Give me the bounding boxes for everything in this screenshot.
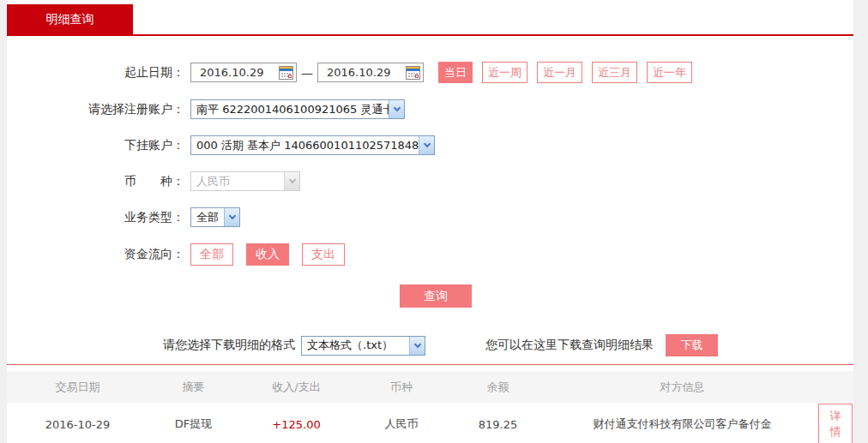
fund-flow-income-button[interactable]: 收入 bbox=[246, 243, 289, 266]
main-panel: 明细查询 起止日期： 2016.10.29 — bbox=[7, 0, 853, 443]
table-row: 2016-10-29 DF提现 +125.00 人民币 819.25 财付通支付… bbox=[7, 403, 853, 443]
business-type-select[interactable]: 全部 bbox=[190, 207, 240, 227]
quick-range-quarter-button[interactable]: 近三月 bbox=[592, 62, 637, 83]
register-account-row: 请选择注册账户： 南平 6222001406100921065 灵通卡 bbox=[7, 99, 853, 119]
download-format-select[interactable]: 文本格式（.txt） bbox=[301, 336, 425, 356]
currency-row: 币 种： 人民币 bbox=[7, 171, 853, 191]
download-format-label: 请您选择下载明细的格式 bbox=[163, 338, 295, 353]
calendar-icon[interactable] bbox=[279, 66, 293, 80]
query-form: 起止日期： 2016.10.29 — 2016.10.29 bbox=[7, 36, 853, 308]
start-date-value: 2016.10.29 bbox=[200, 66, 263, 79]
cell-counterparty: 财付通支付科技有限公司客户备付金 bbox=[547, 403, 817, 443]
header-counterparty: 对方信息 bbox=[547, 371, 817, 403]
currency-select: 人民币 bbox=[190, 171, 300, 191]
header-trade-date: 交易日期 bbox=[7, 371, 148, 403]
header-summary: 摘要 bbox=[148, 371, 238, 403]
quick-range-month-button[interactable]: 近一月 bbox=[537, 62, 582, 83]
tab-detail-query-label: 明细查询 bbox=[46, 12, 94, 27]
header-amount: 收入/支出 bbox=[238, 371, 354, 403]
download-row: 请您选择下载明细的格式 文本格式（.txt） 您可以在这里下载查询明细结果 下载 bbox=[7, 334, 853, 364]
cell-amount: +125.00 bbox=[238, 403, 354, 443]
cell-actions: 详情 bbox=[817, 403, 853, 443]
tab-bar: 明细查询 bbox=[7, 0, 853, 36]
sub-account-value: 000 活期 基本户 1406600101102571848 bbox=[191, 136, 419, 154]
sub-account-label: 下挂账户： bbox=[7, 138, 184, 153]
results-table: 交易日期 摘要 收入/支出 币种 余额 对方信息 2016-10-29 DF提现… bbox=[7, 371, 853, 443]
register-account-select[interactable]: 南平 6222001406100921065 灵通卡 bbox=[190, 99, 405, 119]
quick-range-today-button[interactable]: 当日 bbox=[438, 62, 473, 83]
chevron-down-icon bbox=[409, 337, 425, 355]
currency-label: 币 种： bbox=[7, 174, 184, 189]
fund-flow-expense-button[interactable]: 支出 bbox=[302, 243, 345, 266]
download-format-value: 文本格式（.txt） bbox=[302, 337, 409, 355]
quick-range-week-button[interactable]: 近一周 bbox=[482, 62, 527, 83]
register-account-value: 南平 6222001406100921065 灵通卡 bbox=[191, 100, 389, 118]
date-range-separator: — bbox=[301, 66, 313, 80]
quick-range-year-button[interactable]: 近一年 bbox=[647, 62, 692, 83]
tab-detail-query[interactable]: 明细查询 bbox=[7, 4, 133, 34]
business-type-label: 业务类型： bbox=[7, 210, 184, 225]
cell-currency: 人民币 bbox=[354, 403, 449, 443]
fund-flow-row: 资金流向： 全部 收入 支出 bbox=[7, 243, 853, 266]
currency-value: 人民币 bbox=[191, 172, 284, 190]
table-header-row: 交易日期 摘要 收入/支出 币种 余额 对方信息 bbox=[7, 371, 853, 403]
chevron-down-icon bbox=[284, 172, 299, 190]
sub-account-select[interactable]: 000 活期 基本户 1406600101102571848 bbox=[190, 135, 435, 155]
cell-trade-date: 2016-10-29 bbox=[7, 403, 148, 443]
fund-flow-label: 资金流向： bbox=[7, 247, 184, 262]
date-range-label: 起止日期： bbox=[7, 65, 184, 81]
header-actions bbox=[817, 371, 853, 403]
calendar-icon[interactable] bbox=[406, 66, 420, 80]
business-type-row: 业务类型： 全部 bbox=[7, 207, 853, 227]
sub-account-row: 下挂账户： 000 活期 基本户 1406600101102571848 bbox=[7, 135, 853, 155]
download-hint: 您可以在这里下载查询明细结果 bbox=[485, 338, 654, 353]
fund-flow-all-button[interactable]: 全部 bbox=[190, 243, 233, 266]
chevron-down-icon bbox=[224, 208, 239, 226]
cell-balance: 819.25 bbox=[449, 403, 547, 443]
detail-button[interactable]: 详情 bbox=[818, 404, 853, 443]
business-type-value: 全部 bbox=[191, 208, 224, 226]
chevron-down-icon bbox=[389, 100, 404, 118]
results-table-section: 交易日期 摘要 收入/支出 币种 余额 对方信息 2016-10-29 DF提现… bbox=[7, 364, 853, 443]
register-account-label: 请选择注册账户： bbox=[7, 102, 184, 117]
download-button[interactable]: 下载 bbox=[666, 334, 718, 356]
header-currency: 币种 bbox=[354, 371, 449, 403]
date-range-row: 起止日期： 2016.10.29 — 2016.10.29 bbox=[7, 62, 853, 83]
header-balance: 余额 bbox=[449, 371, 547, 403]
start-date-input[interactable]: 2016.10.29 bbox=[190, 63, 297, 82]
chevron-down-icon bbox=[419, 136, 434, 154]
end-date-value: 2016.10.29 bbox=[327, 66, 390, 79]
query-button[interactable]: 查询 bbox=[400, 284, 472, 308]
cell-summary: DF提现 bbox=[148, 403, 238, 443]
end-date-input[interactable]: 2016.10.29 bbox=[317, 63, 424, 82]
